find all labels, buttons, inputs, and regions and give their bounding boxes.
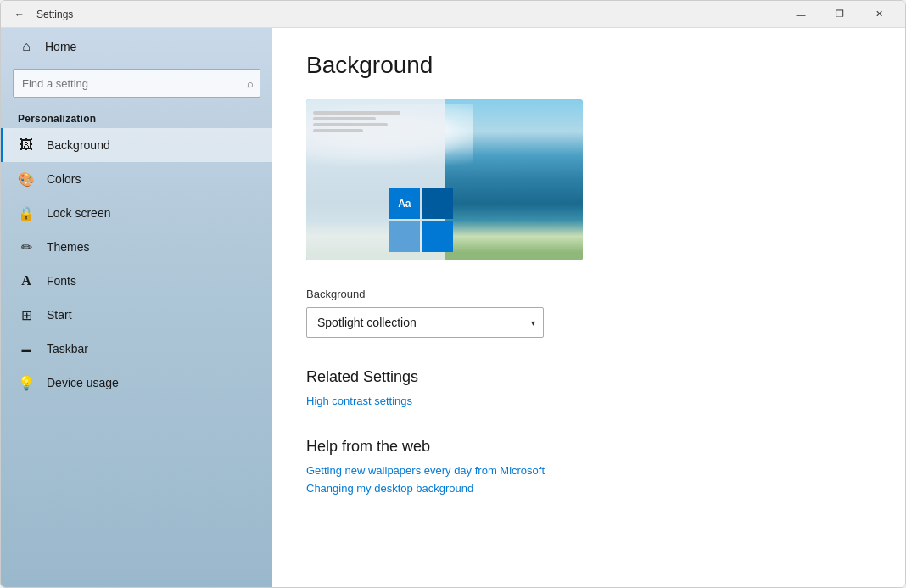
- background-dropdown[interactable]: Spotlight collection Picture Solid color…: [306, 307, 544, 338]
- sidebar-item-home[interactable]: ⌂ Home: [1, 28, 272, 65]
- background-icon: 🖼: [18, 137, 35, 154]
- home-icon: ⌂: [18, 38, 35, 55]
- sidebar-item-themes[interactable]: ✏ Themes: [1, 230, 272, 264]
- main-content: Background Aa: [272, 28, 905, 587]
- back-button[interactable]: ←: [8, 3, 31, 26]
- sidebar-item-label-deviceusage: Device usage: [47, 376, 119, 389]
- deviceusage-icon: 💡: [18, 374, 35, 391]
- window-title: Settings: [36, 8, 781, 20]
- sidebar-item-taskbar[interactable]: ▬ Taskbar: [1, 332, 272, 366]
- lockscreen-icon: 🔒: [18, 204, 35, 221]
- sidebar-item-label-taskbar: Taskbar: [47, 342, 88, 356]
- help-heading: Help from the web: [306, 438, 871, 456]
- home-label: Home: [45, 40, 76, 53]
- sidebar-item-label-themes: Themes: [47, 240, 90, 254]
- sidebar-item-label-fonts: Fonts: [47, 274, 76, 288]
- sidebar-item-fonts[interactable]: A Fonts: [1, 264, 272, 298]
- fonts-icon: A: [18, 272, 35, 289]
- sidebar-item-label-lockscreen: Lock screen: [47, 206, 110, 220]
- background-preview: Aa: [306, 99, 583, 260]
- search-box: ⌕: [13, 69, 260, 98]
- minimize-button[interactable]: —: [781, 1, 820, 28]
- preview-tile-bl: [389, 221, 420, 252]
- settings-window: ← Settings — ❐ ✕ ⌂ Home ⌕ Personalizatio…: [0, 0, 906, 588]
- related-settings-heading: Related Settings: [306, 368, 871, 386]
- preview-lines: [313, 111, 438, 132]
- preview-tile-tr: [422, 188, 453, 219]
- sidebar-item-colors[interactable]: 🎨 Colors: [1, 162, 272, 196]
- background-label: Background: [306, 288, 871, 300]
- page-title: Background: [306, 52, 871, 79]
- sidebar-item-background[interactable]: 🖼 Background: [1, 128, 272, 162]
- preview-tiles: Aa: [389, 188, 453, 252]
- sidebar-item-start[interactable]: ⊞ Start: [1, 298, 272, 332]
- close-button[interactable]: ✕: [859, 1, 898, 28]
- sidebar-item-deviceusage[interactable]: 💡 Device usage: [1, 366, 272, 400]
- sidebar-item-lockscreen[interactable]: 🔒 Lock screen: [1, 196, 272, 230]
- preview-line-3: [313, 123, 388, 126]
- content-area: ⌂ Home ⌕ Personalization 🖼 Background 🎨 …: [1, 28, 905, 587]
- preview-line-1: [313, 111, 400, 115]
- start-icon: ⊞: [18, 306, 35, 323]
- sidebar-section-label: Personalization: [1, 108, 272, 128]
- maximize-button[interactable]: ❐: [820, 1, 859, 28]
- colors-icon: 🎨: [18, 171, 35, 188]
- help-link-desktop[interactable]: Changing my desktop background: [306, 482, 871, 495]
- help-link-wallpapers[interactable]: Getting new wallpapers every day from Mi…: [306, 464, 871, 477]
- themes-icon: ✏: [18, 238, 35, 255]
- preview-line-4: [313, 129, 363, 132]
- background-dropdown-wrap: Spotlight collection Picture Solid color…: [306, 307, 544, 338]
- sidebar-item-label-background: Background: [47, 138, 110, 152]
- taskbar-icon: ▬: [18, 340, 35, 357]
- sidebar-item-label-colors: Colors: [47, 172, 81, 186]
- sidebar: ⌂ Home ⌕ Personalization 🖼 Background 🎨 …: [1, 28, 272, 587]
- preview-tile-aa: Aa: [389, 188, 420, 219]
- window-controls: — ❐ ✕: [781, 1, 898, 28]
- preview-tile-br: [422, 221, 453, 252]
- search-icon: ⌕: [247, 77, 254, 90]
- titlebar: ← Settings — ❐ ✕: [1, 1, 905, 28]
- sidebar-item-label-start: Start: [47, 308, 72, 322]
- high-contrast-link[interactable]: High contrast settings: [306, 395, 871, 407]
- search-input[interactable]: [13, 69, 260, 98]
- preview-line-2: [313, 117, 376, 120]
